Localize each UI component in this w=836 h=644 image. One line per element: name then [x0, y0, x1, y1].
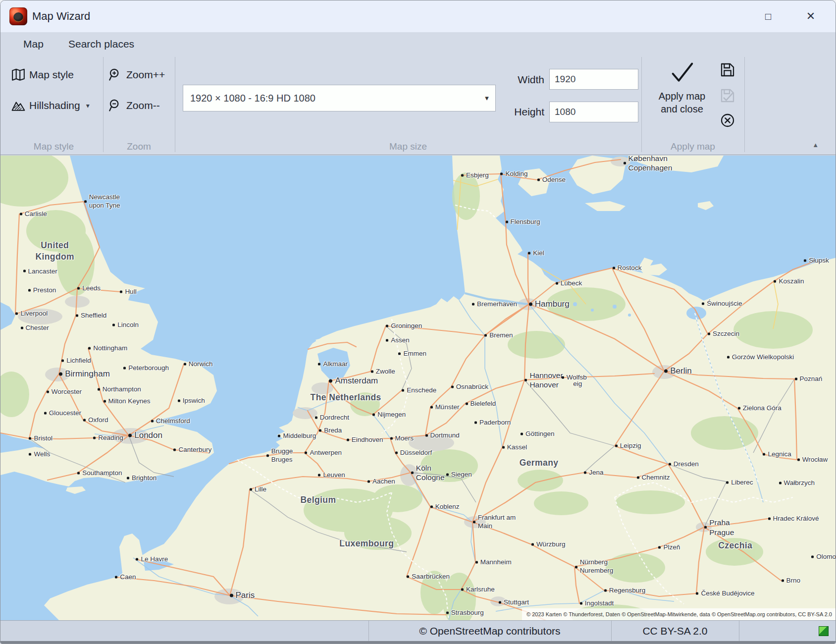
- city-dot: [15, 312, 18, 315]
- label-text: Chelmsford: [156, 417, 190, 425]
- city-dot: [136, 558, 138, 561]
- map-style-button[interactable]: Map style: [11, 68, 74, 82]
- hillshading-button[interactable]: Hillshading ▾: [11, 99, 90, 112]
- country-label: Belgium: [301, 494, 336, 506]
- city-label: Worcester: [47, 388, 82, 396]
- city-dot: [425, 434, 428, 436]
- zoom-out-icon: [108, 99, 122, 112]
- city-dot: [702, 303, 704, 305]
- city-label: Enschede: [402, 386, 436, 394]
- city-dot: [98, 388, 100, 390]
- label-text: Oxford: [88, 416, 108, 424]
- city-dot: [402, 389, 404, 391]
- map-size-preset-combo[interactable]: 1920 × 1080 - 16:9 HD 1080 ▾: [183, 85, 496, 111]
- label-text: Germany: [520, 457, 559, 469]
- label-text: Groningen: [391, 322, 422, 330]
- combo-arrow-icon: ▾: [478, 94, 495, 103]
- label-text: Caen: [120, 573, 136, 581]
- tab-map[interactable]: Map: [23, 32, 44, 56]
- city-label: Chemnitz: [637, 474, 670, 482]
- city-dot: [502, 446, 505, 449]
- group-separator: [175, 57, 175, 152]
- city-dot: [696, 592, 698, 594]
- city-label: Amsterdam: [329, 376, 378, 386]
- city-label: Leeds: [77, 284, 101, 293]
- label-text: KölnCologne: [416, 463, 445, 482]
- label-text: Karlsruhe: [466, 586, 495, 594]
- city-label: Southampton: [77, 469, 122, 477]
- maximize-button[interactable]: □: [759, 7, 777, 25]
- label-text: Brno: [786, 577, 801, 585]
- city-label: Assen: [386, 336, 410, 345]
- status-green-icon[interactable]: [819, 626, 829, 636]
- apply-map-and-close-button[interactable]: Apply map and close: [653, 61, 711, 115]
- city-dot: [128, 433, 132, 437]
- city-dot: [580, 602, 582, 605]
- city-dot: [184, 363, 186, 366]
- city-label: Lübeck: [556, 279, 582, 288]
- width-input[interactable]: [549, 69, 638, 90]
- city-label: Zwolle: [371, 368, 395, 376]
- city-label: Liberec: [726, 479, 753, 487]
- city-label: Gloucester: [44, 409, 81, 417]
- chevron-down-icon: ▾: [86, 102, 90, 109]
- label-text: Eindhoven: [352, 436, 383, 444]
- city-label: Zielona Góra: [738, 404, 782, 413]
- label-text: Chester: [26, 324, 49, 332]
- city-dot: [112, 324, 115, 326]
- city-dot: [398, 352, 401, 355]
- city-label: Münster: [430, 403, 460, 412]
- label-text: Ingolstadt: [585, 599, 614, 608]
- collapse-ribbon-icon[interactable]: ▲: [812, 141, 819, 149]
- app-icon: [9, 7, 27, 25]
- label-text: Dresden: [674, 460, 699, 468]
- city-label: Leuven: [318, 471, 345, 480]
- city-label: NürnbergNuremberg: [575, 558, 614, 575]
- city-dot: [521, 432, 523, 435]
- city-label: Lille: [250, 485, 266, 494]
- label-text: Amsterdam: [335, 376, 378, 386]
- label-text: Birmingham: [65, 369, 110, 379]
- group-label-map-size: Map size: [175, 140, 641, 153]
- city-label: Antwerpen: [305, 449, 342, 457]
- group-label-zoom: Zoom: [103, 140, 175, 153]
- city-label: Poznań: [795, 375, 823, 383]
- label-text: České Budějovice: [701, 589, 754, 597]
- close-button[interactable]: ✕: [802, 7, 820, 25]
- city-label: eig: [573, 379, 582, 388]
- map-style-label: Map style: [29, 69, 74, 81]
- city-dot: [782, 580, 784, 582]
- label-text: Słupsk: [809, 257, 829, 265]
- label-text: Milton Keynes: [108, 397, 151, 406]
- zoom-in-button[interactable]: Zoom++: [108, 68, 165, 82]
- tab-search-places[interactable]: Search places: [68, 32, 134, 56]
- label-text: Assen: [391, 336, 410, 345]
- save-icon[interactable]: [720, 62, 735, 78]
- label-text: Paderborn: [479, 419, 511, 427]
- map-canvas[interactable]: CarlisleNewcastleupon TyneLancasterPrest…: [0, 156, 836, 620]
- label-text: Zielona Góra: [743, 404, 782, 413]
- city-dot: [669, 463, 671, 465]
- group-separator: [744, 57, 745, 152]
- label-text: Düsseldorf: [400, 449, 432, 457]
- city-label: Brighton: [127, 474, 157, 483]
- city-label: Alkmaar: [318, 360, 348, 369]
- label-text: Chemnitz: [642, 474, 670, 482]
- height-input[interactable]: [549, 102, 638, 122]
- city-label: Peterborough: [123, 364, 169, 372]
- zoom-out-button[interactable]: Zoom--: [108, 99, 160, 112]
- city-dot: [475, 561, 478, 563]
- apply-label-line2: and close: [653, 103, 711, 115]
- city-label: Chester: [21, 324, 49, 332]
- city-label: Aachen: [367, 478, 395, 486]
- label-text: Dordrecht: [320, 414, 349, 422]
- label-text: Dortmund: [430, 431, 460, 439]
- label-text: Nottingham: [93, 344, 127, 353]
- label-text: Münster: [435, 403, 460, 412]
- cancel-icon[interactable]: [720, 112, 735, 128]
- label-text: Liverpool: [20, 309, 48, 318]
- city-label: Preston: [28, 286, 56, 295]
- city-dot: [319, 429, 321, 432]
- label-text: Emmen: [403, 349, 426, 358]
- app-window: Map Wizard □ ✕ Map Search places Map sty…: [0, 0, 836, 644]
